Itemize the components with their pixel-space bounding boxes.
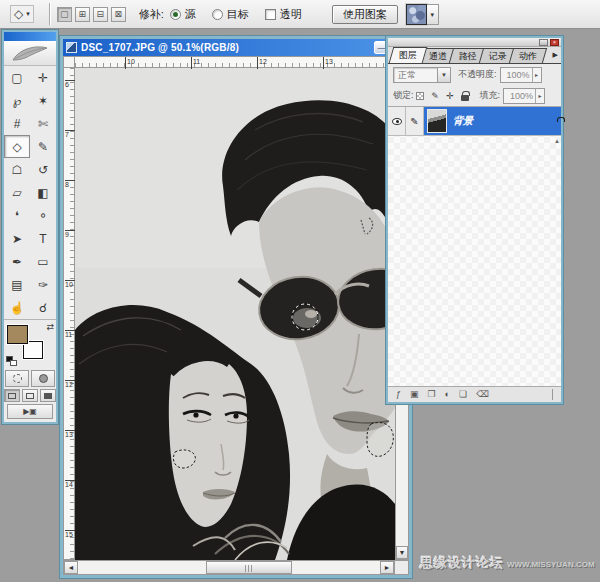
- minimize-icon: —: [378, 43, 386, 52]
- slice-tool-button[interactable]: ✄: [30, 112, 56, 135]
- separator: [552, 389, 553, 400]
- toolbox-titlebar[interactable]: [4, 32, 56, 41]
- clone-stamp-tool-button[interactable]: ☖: [4, 158, 30, 181]
- source-radio[interactable]: [170, 9, 181, 20]
- use-pattern-button[interactable]: 使用图案: [332, 5, 398, 24]
- intersect-selection-button[interactable]: ⊠: [111, 7, 126, 22]
- scroll-left-icon: ◄: [68, 564, 75, 571]
- add-layer-style-button[interactable]: ƒ: [396, 388, 401, 401]
- ruler-corner[interactable]: [63, 56, 75, 68]
- crop-tool-button[interactable]: #: [4, 112, 30, 135]
- scroll-right-icon: ►: [384, 564, 391, 571]
- full-screen-button[interactable]: [40, 389, 56, 402]
- fill-input[interactable]: 100% ▸: [503, 88, 545, 104]
- ruler-label: 12: [257, 57, 267, 69]
- tab-layers[interactable]: 图层: [389, 47, 428, 63]
- scroll-down-button[interactable]: ▼: [396, 546, 408, 559]
- ruler-label: 6: [65, 80, 75, 89]
- add-layer-mask-button[interactable]: ▣: [410, 388, 419, 401]
- hand-tool-button[interactable]: ☝: [4, 296, 30, 319]
- list-scroll-icon[interactable]: ▲: [554, 138, 560, 144]
- panel-menu-icon[interactable]: ▶: [553, 51, 558, 59]
- eyedropper-icon: ✑: [38, 278, 48, 292]
- panel-minimize-button[interactable]: [539, 39, 548, 46]
- lock-pixels-button[interactable]: ✎: [429, 89, 442, 102]
- move-tool-button[interactable]: ✛: [30, 66, 56, 89]
- eraser-tool-button[interactable]: ▱: [4, 181, 30, 204]
- blend-mode-select[interactable]: 正常 ▼: [393, 67, 451, 83]
- pen-tool-button[interactable]: ✒: [4, 250, 30, 273]
- quick-mask-mode-button[interactable]: [31, 370, 55, 387]
- magic-wand-tool-button[interactable]: ✶: [30, 89, 56, 112]
- resize-grip[interactable]: [395, 560, 409, 575]
- shape-tool-button[interactable]: ▭: [30, 250, 56, 273]
- panel-titlebar[interactable]: ×: [388, 38, 561, 47]
- magic-wand-icon: ✶: [38, 94, 48, 108]
- pattern-swatch[interactable]: [406, 4, 427, 25]
- panel-close-button[interactable]: ×: [550, 39, 559, 46]
- fill-label: 填充:: [480, 89, 501, 102]
- notes-icon: ▤: [11, 278, 22, 292]
- scrollbar-thumb[interactable]: [206, 561, 292, 574]
- subtract-selection-button[interactable]: ⊟: [93, 7, 108, 22]
- new-adjustment-layer-button[interactable]: ◐: [445, 388, 450, 401]
- crop-icon: #: [14, 117, 21, 131]
- jump-to-imageready-button[interactable]: ▶▣: [7, 404, 53, 419]
- vertical-ruler[interactable]: 6 7 8 9 10 11 12 13 14 15: [63, 68, 75, 560]
- type-tool-button[interactable]: T: [30, 227, 56, 250]
- image-canvas[interactable]: [75, 68, 395, 560]
- standard-screen-button[interactable]: [4, 389, 20, 402]
- zoom-tool-button[interactable]: ☌: [30, 296, 56, 319]
- tool-preset-picker[interactable]: ◇ ▾: [10, 5, 34, 23]
- horizontal-scrollbar-row: ◄ ►: [63, 560, 409, 575]
- layer-row-background[interactable]: ✎ 背景: [388, 107, 561, 136]
- blur-tool-button[interactable]: ❛: [4, 204, 30, 227]
- ruler-label: 13: [65, 430, 75, 439]
- history-brush-tool-button[interactable]: ↺: [30, 158, 56, 181]
- layer-list: ✎ 背景 ▲: [388, 106, 561, 387]
- document-titlebar[interactable]: DSC_1707.JPG @ 50.1%(RGB/8) — ▭: [63, 39, 409, 56]
- quick-mask-row: [4, 370, 56, 387]
- swap-colors-icon[interactable]: ⇄: [46, 322, 54, 332]
- move-icon: ✛: [446, 91, 454, 101]
- new-layer-button[interactable]: ❏: [459, 388, 467, 401]
- dodge-icon: ⚬: [38, 209, 48, 223]
- standard-mode-button[interactable]: [5, 370, 29, 387]
- eyedropper-tool-button[interactable]: ✑: [30, 273, 56, 296]
- lock-position-button[interactable]: ✛: [444, 89, 457, 102]
- visibility-toggle[interactable]: [388, 107, 406, 136]
- rectangular-marquee-tool-button[interactable]: ▢: [4, 66, 30, 89]
- brush-tool-button[interactable]: ✎: [30, 135, 56, 158]
- tab-actions[interactable]: 动作: [509, 48, 547, 63]
- opacity-input[interactable]: 100% ▸: [500, 67, 542, 83]
- gradient-tool-button[interactable]: ◧: [30, 181, 56, 204]
- transparent-checkbox[interactable]: [265, 9, 276, 20]
- add-selection-button[interactable]: ⊞: [75, 7, 90, 22]
- lock-transparency-button[interactable]: [414, 89, 427, 102]
- dodge-tool-button[interactable]: ⚬: [30, 204, 56, 227]
- layer-thumbnail[interactable]: [427, 109, 447, 133]
- horizontal-scrollbar[interactable]: ◄ ►: [63, 560, 395, 575]
- source-radio-label: 源: [185, 7, 196, 22]
- lock-all-button[interactable]: [459, 89, 472, 102]
- layer-selected-area[interactable]: 背景: [424, 107, 561, 136]
- target-radio[interactable]: [212, 9, 223, 20]
- lock-icon: [461, 95, 469, 101]
- lasso-tool-button[interactable]: ℘: [4, 89, 30, 112]
- ruler-label: 14: [65, 480, 75, 489]
- patch-tool-button[interactable]: ◇: [4, 135, 30, 158]
- path-selection-tool-button[interactable]: ➤: [4, 227, 30, 250]
- full-screen-menubar-button[interactable]: [22, 389, 38, 402]
- panel-tabs: 图层 通道 路径 记录 动作 ▶: [388, 47, 561, 64]
- horizontal-ruler[interactable]: 10 11 12 13 14: [75, 56, 395, 68]
- new-selection-button[interactable]: ▢: [57, 7, 72, 22]
- pattern-picker-caret[interactable]: ▾: [427, 4, 439, 25]
- scroll-right-button[interactable]: ►: [380, 561, 394, 574]
- new-layer-set-button[interactable]: ❐: [428, 388, 436, 401]
- scroll-left-button[interactable]: ◄: [64, 561, 78, 574]
- gradient-icon: ◧: [37, 186, 48, 200]
- notes-tool-button[interactable]: ▤: [4, 273, 30, 296]
- default-colors-icon[interactable]: [6, 356, 18, 367]
- delete-layer-button[interactable]: ⌫: [476, 388, 489, 401]
- foreground-color-swatch[interactable]: [7, 325, 28, 344]
